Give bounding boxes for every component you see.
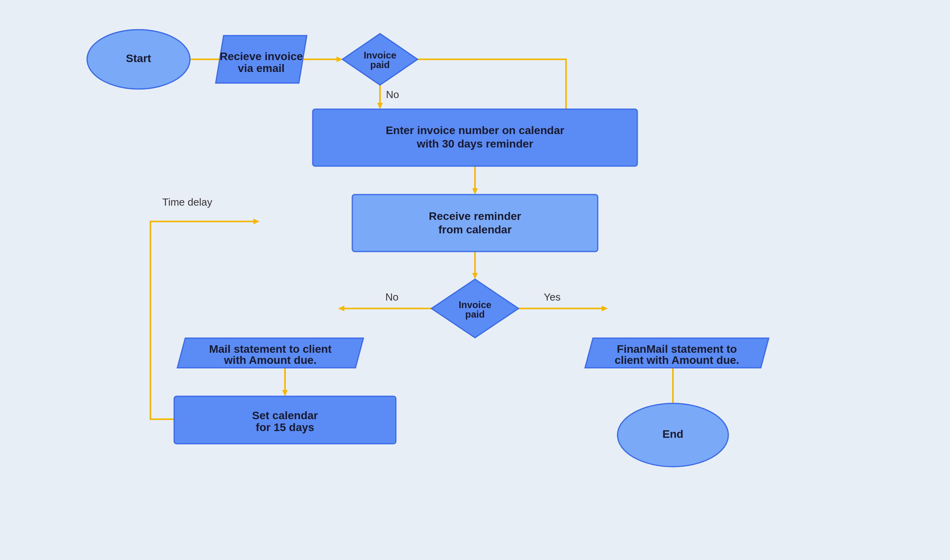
enter-calendar-label1: Enter invoice number on calendar xyxy=(386,124,564,136)
end-label: End xyxy=(663,428,684,440)
invoice-paid-1-label1: Invoice xyxy=(364,50,397,61)
enter-calendar-label2: with 30 days reminder xyxy=(416,138,533,150)
mail-statement-label2: with Amount due. xyxy=(224,354,317,366)
finan-mail-label2: client with Amount due. xyxy=(615,354,739,366)
receive-reminder-node xyxy=(352,195,598,252)
receive-invoice-label2: via email xyxy=(238,62,285,74)
receive-reminder-label2: from calendar xyxy=(438,223,511,236)
invoice-paid-2-label2: paid xyxy=(465,309,484,320)
finan-mail-label1: FinanMail statement to xyxy=(617,343,737,355)
set-calendar-label1: Set calendar xyxy=(252,409,318,422)
set-calendar-label2: for 15 days xyxy=(256,421,314,433)
mail-statement-label1: Mail statement to client xyxy=(209,343,332,355)
diagram-container: No No Yes Time delay Yes xyxy=(0,0,950,560)
time-delay-label: Time delay xyxy=(162,196,212,208)
start-label: Start xyxy=(126,52,151,64)
no-label-2: No xyxy=(385,291,398,303)
no-label-1: No xyxy=(386,89,399,100)
invoice-paid-1-label2: paid xyxy=(370,59,390,70)
invoice-paid-2-label1: Invoice xyxy=(459,299,492,310)
receive-reminder-label1: Receive reminder xyxy=(429,210,521,222)
yes-label-2: Yes xyxy=(544,291,560,303)
receive-invoice-label1: Recieve invoice xyxy=(220,50,303,62)
